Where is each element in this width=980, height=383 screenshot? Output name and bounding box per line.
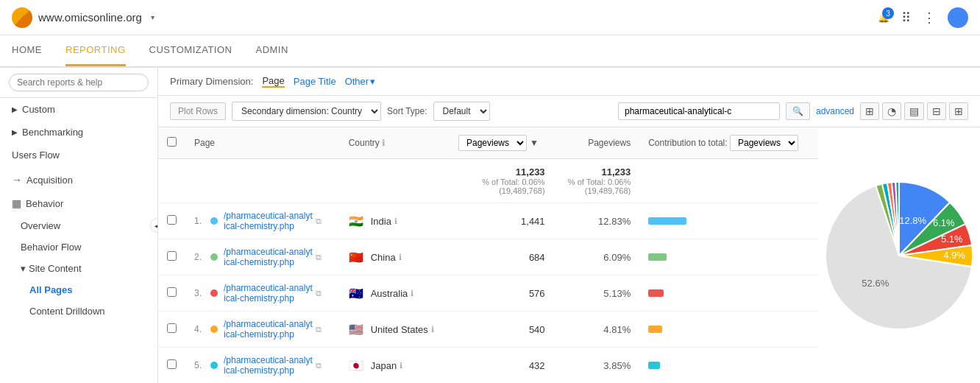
pivot-view-icon[interactable]: ⊟ [927, 102, 946, 120]
bar-cell [639, 348, 818, 384]
sidebar-item-custom[interactable]: ▶ Custom [0, 98, 157, 121]
country-info-icon[interactable]: ℹ [399, 253, 402, 262]
page-link[interactable]: /pharmaceutical-analytical-chemistry.php [224, 247, 313, 267]
acquisition-icon: → [12, 174, 22, 186]
copy-icon[interactable]: ⧉ [316, 361, 322, 370]
custom-view-icon[interactable]: ⊞ [949, 102, 968, 120]
checkbox-header [158, 127, 185, 159]
pie-view-icon[interactable]: ◔ [882, 102, 901, 120]
page-link[interactable]: /pharmaceutical-analytical-chemistry.php [224, 283, 313, 303]
country-name: India [371, 216, 391, 227]
row-checkbox[interactable] [167, 215, 177, 225]
search-input[interactable] [9, 74, 149, 91]
more-options-icon[interactable]: ⋮ [923, 10, 936, 26]
pie-chart: 12.8%6.1%5.1%4.9%52.6% [825, 182, 973, 329]
country-name: China [371, 252, 396, 263]
apps-grid-icon[interactable]: ⠿ [901, 10, 911, 26]
copy-icon[interactable]: ⧉ [316, 217, 322, 226]
sidebar-item-label: Overview [21, 220, 60, 231]
search-box [0, 68, 157, 98]
sidebar-section-acquisition[interactable]: → Acquisition [0, 166, 157, 192]
row-color-dot [210, 362, 218, 369]
country-flag: 🇺🇸 [349, 323, 363, 337]
copy-icon[interactable]: ⧉ [316, 325, 322, 334]
dim-other-dropdown[interactable]: Other ▾ [345, 76, 376, 87]
sort-type-select[interactable]: Default [433, 102, 490, 121]
dim-page-link[interactable]: Page [262, 75, 284, 88]
notification-icon[interactable]: 🔔 3 [878, 12, 890, 23]
toolbar: Plot Rows Secondary dimension: Country S… [158, 96, 980, 127]
copy-icon[interactable]: ⧉ [316, 289, 322, 298]
sidebar-item-label: Behavior Flow [21, 242, 81, 253]
domain-dropdown-icon[interactable]: ▾ [151, 13, 155, 21]
pageviews-sort-header[interactable]: Pageviews ▼ [450, 127, 554, 159]
page-cell: 2. /pharmaceutical-analytical-chemistry.… [194, 247, 331, 267]
country-info-icon[interactable]: ℹ [431, 325, 434, 334]
main-layout: ◀ ▶ Custom ▶ Benchmarking Users Flow → A… [0, 68, 980, 383]
nav-home[interactable]: HOME [12, 35, 42, 66]
plot-rows-button[interactable]: Plot Rows [170, 102, 226, 120]
table-header-row: Page Country ℹ Pageviews ▼ [158, 127, 818, 159]
nav-admin[interactable]: ADMIN [255, 35, 288, 66]
table-search-button[interactable]: 🔍 [786, 102, 810, 120]
page-link[interactable]: /pharmaceutical-analytical-chemistry.php [224, 319, 313, 340]
row-checkbox[interactable] [167, 251, 177, 261]
contribution-column-header: Contribution to total: Pageviews [639, 127, 818, 159]
table-row: 2. /pharmaceutical-analytical-chemistry.… [158, 239, 818, 275]
sidebar-item-content-drilldown[interactable]: Content Drilldown [0, 301, 157, 322]
table-row: 5. /pharmaceutical-analytical-chemistry.… [158, 348, 818, 384]
pageviews-cell: 576 [450, 275, 554, 312]
dim-page-title-link[interactable]: Page Title [294, 76, 336, 87]
pageviews-cell: 540 [450, 312, 554, 348]
sidebar-item-benchmarking[interactable]: ▶ Benchmarking [0, 121, 157, 144]
sidebar-item-overview[interactable]: Overview [0, 215, 157, 236]
bar-cell [639, 275, 818, 312]
sidebar-item-behavior-flow[interactable]: Behavior Flow [0, 236, 157, 258]
row-checkbox[interactable] [167, 323, 177, 333]
country-info-icon[interactable]: ℹ [400, 361, 402, 370]
sidebar-section-behavior[interactable]: ▦ Behavior [0, 192, 157, 215]
table-total-row: 11,233 % of Total: 0.06% (19,489,768) 11… [158, 159, 818, 203]
copy-icon[interactable]: ⧉ [316, 253, 322, 262]
bar-view-icon[interactable]: ▤ [904, 102, 924, 120]
select-all-checkbox[interactable] [167, 137, 177, 147]
pct-cell: 5.13% [554, 275, 640, 312]
page-cell: 3. /pharmaceutical-analytical-chemistry.… [194, 283, 331, 303]
sidebar-item-all-pages[interactable]: All Pages [0, 279, 157, 301]
table-search-input[interactable] [618, 102, 780, 120]
row-checkbox[interactable] [167, 287, 177, 297]
header-logo: www.omicsonline.org ▾ [12, 7, 878, 28]
country-info-icon[interactable]: ℹ [411, 289, 413, 298]
pageviews-cell: 1,441 [450, 203, 554, 239]
analytics-logo-icon [12, 7, 32, 28]
nav-customization[interactable]: CUSTOMIZATION [149, 35, 232, 66]
country-cell: 🇦🇺 Australia ℹ [349, 287, 441, 301]
sidebar-item-site-content[interactable]: ▾ Site Content [0, 258, 157, 279]
sidebar-item-users-flow[interactable]: Users Flow [0, 144, 157, 166]
row-checkbox[interactable] [167, 359, 177, 369]
pct-cell: 3.85% [554, 348, 640, 384]
page-cell: 1. /pharmaceutical-analytical-chemistry.… [194, 211, 331, 231]
page-column-header: Page [185, 127, 340, 159]
country-info-icon: ℹ [382, 138, 386, 148]
country-info-icon[interactable]: ℹ [394, 217, 397, 226]
bar [648, 289, 664, 297]
content-area: Primary Dimension: Page Page Title Other… [158, 68, 980, 383]
page-link[interactable]: /pharmaceutical-analytical-chemistry.php [224, 211, 313, 231]
pageviews-select[interactable]: Pageviews [458, 135, 527, 151]
page-link[interactable]: /pharmaceutical-analytical-chemistry.php [224, 355, 313, 376]
row-color-dot [210, 253, 218, 261]
sort-down-icon[interactable]: ▼ [530, 138, 539, 148]
country-flag: 🇯🇵 [349, 359, 363, 373]
pie-label: 12.8% [899, 215, 926, 226]
secondary-dimension-select[interactable]: Secondary dimension: Country [232, 102, 381, 121]
country-cell: 🇯🇵 Japan ℹ [349, 359, 441, 373]
sidebar-item-label: Behavior [26, 198, 63, 209]
contribution-select[interactable]: Pageviews [730, 135, 798, 151]
row-color-dot [210, 217, 218, 225]
user-avatar[interactable] [948, 7, 968, 28]
data-view-icon[interactable]: ⊞ [860, 102, 879, 120]
country-flag: 🇦🇺 [349, 287, 363, 301]
nav-reporting[interactable]: REPORTING [65, 35, 126, 66]
advanced-link[interactable]: advanced [816, 106, 854, 116]
